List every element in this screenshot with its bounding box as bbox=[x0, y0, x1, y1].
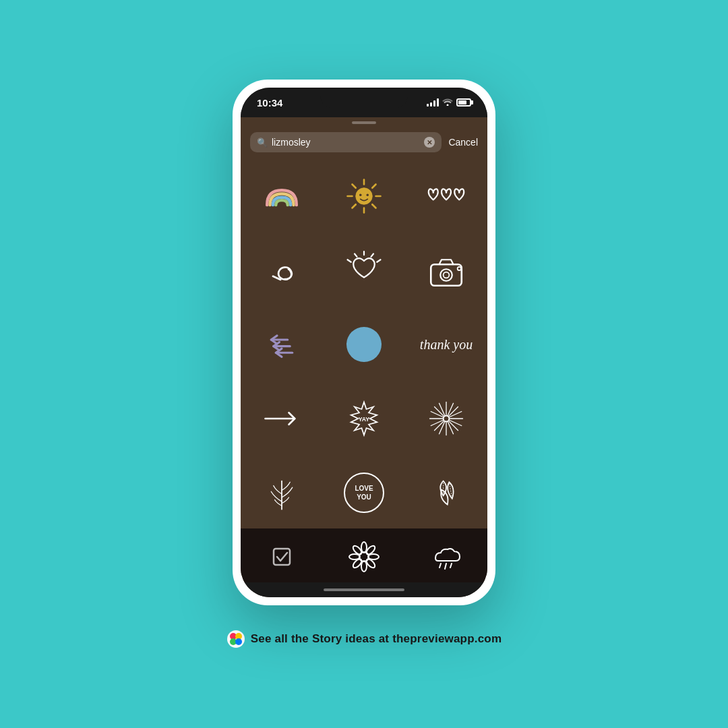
svg-point-50 bbox=[361, 561, 367, 572]
sticker-love-you[interactable]: LOVEyou bbox=[323, 456, 405, 528]
bottom-tray bbox=[241, 528, 487, 582]
svg-point-52 bbox=[349, 554, 360, 559]
svg-point-61 bbox=[235, 638, 242, 645]
sticker-grid: thank you YAY bbox=[241, 159, 487, 528]
sticker-rainbow[interactable] bbox=[241, 159, 323, 233]
tray-flower[interactable] bbox=[323, 537, 405, 577]
svg-line-15 bbox=[377, 260, 380, 262]
cancel-button[interactable]: Cancel bbox=[448, 137, 478, 148]
sticker-thank-you[interactable]: thank you bbox=[405, 307, 487, 382]
svg-line-5 bbox=[353, 185, 356, 188]
svg-point-20 bbox=[458, 267, 461, 270]
sticker-fall-leaves[interactable] bbox=[405, 456, 487, 528]
svg-point-19 bbox=[444, 272, 450, 278]
svg-line-55 bbox=[445, 564, 446, 569]
svg-point-48 bbox=[368, 554, 379, 559]
sticker-heart-rays[interactable] bbox=[323, 233, 405, 307]
sticker-blue-dot[interactable] bbox=[323, 307, 405, 382]
svg-point-10 bbox=[367, 194, 369, 197]
wifi-icon bbox=[442, 98, 453, 108]
search-input-wrapper[interactable]: 🔍 lizmosley ✕ bbox=[250, 132, 442, 152]
svg-rect-44 bbox=[274, 549, 290, 565]
sticker-yay[interactable]: YAY bbox=[323, 382, 405, 456]
svg-point-11 bbox=[288, 268, 291, 271]
sticker-camera[interactable] bbox=[405, 233, 487, 307]
tray-rain-cloud[interactable] bbox=[405, 537, 487, 577]
sticker-swirl[interactable] bbox=[241, 233, 323, 307]
svg-point-0 bbox=[356, 188, 373, 205]
notch bbox=[320, 88, 408, 108]
clear-search-button[interactable]: ✕ bbox=[424, 137, 435, 148]
phone-content: 🔍 lizmosley ✕ Cancel bbox=[241, 117, 487, 597]
status-time: 10:34 bbox=[257, 97, 282, 109]
status-icons bbox=[427, 98, 471, 108]
blue-dot-shape bbox=[346, 327, 382, 362]
footer: See all the Story ideas at thepreviewapp… bbox=[226, 630, 502, 648]
svg-point-57 bbox=[227, 630, 245, 648]
status-bar: 10:34 bbox=[241, 88, 487, 117]
svg-line-14 bbox=[355, 254, 357, 257]
svg-line-54 bbox=[439, 564, 441, 568]
svg-line-13 bbox=[371, 254, 374, 257]
search-icon: 🔍 bbox=[257, 138, 268, 148]
svg-text:YAY: YAY bbox=[359, 416, 370, 423]
love-you-circle: LOVEyou bbox=[344, 473, 384, 513]
sticker-leaf[interactable] bbox=[241, 456, 323, 528]
love-you-text: LOVEyou bbox=[355, 484, 373, 502]
footer-text: See all the Story ideas at thepreviewapp… bbox=[251, 632, 502, 646]
search-bar[interactable]: 🔍 lizmosley ✕ Cancel bbox=[241, 125, 487, 159]
svg-line-7 bbox=[372, 185, 375, 188]
signal-bars-icon bbox=[427, 98, 439, 107]
home-indicator bbox=[241, 582, 487, 597]
svg-rect-17 bbox=[431, 264, 462, 286]
battery-icon bbox=[456, 98, 471, 107]
svg-line-16 bbox=[348, 260, 351, 262]
search-query: lizmosley bbox=[272, 137, 420, 148]
sticker-hearts[interactable] bbox=[405, 159, 487, 233]
svg-line-56 bbox=[450, 564, 452, 568]
sticker-starburst[interactable] bbox=[405, 382, 487, 456]
svg-line-6 bbox=[372, 204, 375, 208]
preview-app-logo bbox=[226, 630, 245, 648]
sticker-sun[interactable] bbox=[323, 159, 405, 233]
svg-line-8 bbox=[353, 204, 356, 208]
home-bar bbox=[324, 588, 404, 591]
thank-you-text: thank you bbox=[420, 337, 473, 353]
svg-point-46 bbox=[361, 542, 367, 553]
drag-handle bbox=[352, 121, 376, 124]
tray-checkbox[interactable] bbox=[241, 537, 323, 577]
svg-point-18 bbox=[440, 269, 452, 281]
svg-point-9 bbox=[359, 194, 362, 197]
sticker-arrows[interactable] bbox=[241, 307, 323, 382]
sticker-arrow-right[interactable] bbox=[241, 382, 323, 456]
phone-mockup: 10:34 bbox=[233, 80, 495, 605]
